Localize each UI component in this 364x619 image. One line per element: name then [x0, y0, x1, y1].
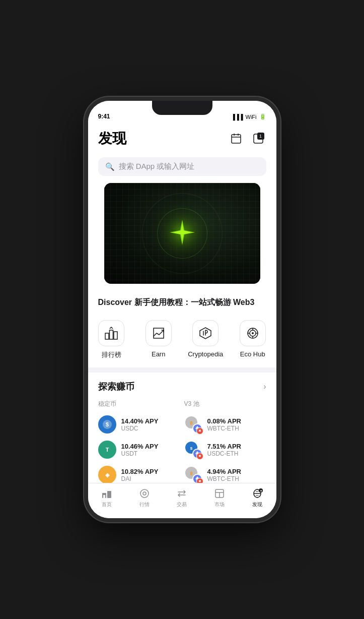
action-cryptopedia[interactable]: Cryptopedia [188, 320, 223, 359]
usdt-name: USDT [121, 450, 159, 457]
svg-text:✦: ✦ [260, 489, 262, 492]
v3-badge-2: ✖ [196, 453, 203, 460]
banner[interactable] [104, 183, 260, 284]
action-eco-hub[interactable]: Eco Hub [235, 320, 270, 359]
header-icons: 1 [228, 131, 266, 147]
earn-section-title: 探索赚币 [98, 381, 134, 393]
usdt-info: 10.46% APY USDT [121, 443, 159, 457]
search-bar: 🔍 搜索 DApp 或输入网址 [88, 153, 276, 183]
quick-actions: 排行榜 Earn [88, 312, 276, 367]
wbtc-eth-1-icon: ₿ ✖ [184, 415, 202, 434]
eco-hub-label: Eco Hub [240, 350, 265, 358]
svg-text:T: T [105, 447, 109, 453]
nav-home[interactable]: 首页 [88, 487, 126, 508]
usdt-apy: 10.46% APY [121, 443, 159, 450]
power-button[interactable] [279, 171, 280, 197]
calendar-button[interactable] [228, 131, 244, 147]
dai-apy: 10.82% APY [121, 468, 159, 475]
calendar-icon [230, 133, 242, 145]
wifi-icon: WiFi [246, 114, 257, 120]
ranking-label: 排行榜 [102, 350, 121, 359]
earn-item-usdc-eth[interactable]: $ ✖ 7.51% APR USDC-ETH [184, 441, 266, 459]
svg-text:$: $ [105, 421, 108, 427]
discover-nav-label: 发现 [252, 501, 262, 508]
notification-button[interactable]: 1 [250, 131, 266, 147]
earn-v3-title: V3 池 [184, 400, 266, 410]
wbtc-eth-1-pair: WBTC-ETH [207, 425, 241, 432]
usdc-icon: $ [98, 415, 116, 434]
eco-hub-icon-wrap [240, 320, 266, 346]
svg-marker-6 [173, 223, 191, 241]
badge-count: 1 [257, 133, 264, 140]
header: 发现 1 [88, 123, 276, 153]
earn-item-dai[interactable]: ◈ 10.82% APY DAI [98, 466, 180, 483]
wbtc-eth-2-pair: WBTC-ETH [207, 475, 241, 482]
earn-icon [152, 326, 166, 340]
earn-icon-wrap [145, 320, 172, 346]
vol-down-button[interactable] [84, 184, 85, 200]
home-nav-icon [101, 487, 113, 500]
cryptopedia-icon-wrap [192, 320, 219, 346]
usdc-eth-apr: 7.51% APR [207, 443, 241, 450]
nav-trade[interactable]: 交易 [163, 487, 201, 508]
earn-item-usdc[interactable]: $ 14.40% APY USDC [98, 415, 180, 434]
earn-item-wbtc-eth-1[interactable]: ₿ ✖ 0.08% APR WBTC-ETH [184, 415, 266, 434]
battery-icon: 🔋 [259, 113, 266, 120]
dai-name: DAI [121, 475, 159, 482]
svg-point-39 [143, 492, 146, 495]
wbtc-eth-2-icon: ₿ ✖ [184, 466, 202, 483]
market-nav-label: 行情 [139, 501, 150, 508]
trade-nav-label: 交易 [177, 501, 187, 508]
earn-columns: 稳定币 $ 14.40% APY USDC [98, 400, 266, 483]
wbtc-eth-1-apr: 0.08% APR [207, 417, 241, 425]
svg-text:◈: ◈ [105, 472, 110, 478]
screen: 9:41 ▐▐▐ WiFi 🔋 发现 [88, 101, 276, 518]
phone-shell: 9:41 ▐▐▐ WiFi 🔋 发现 [84, 97, 280, 522]
status-icons: ▐▐▐ WiFi 🔋 [231, 113, 266, 120]
shop-nav-label: 市场 [214, 501, 225, 508]
caption: Discover 新手使用教程：一站式畅游 Web3 [88, 290, 276, 312]
dai-icon: ◈ [98, 466, 116, 483]
banner-star [167, 217, 197, 250]
signal-icon: ▐▐▐ [231, 114, 243, 120]
v3-badge-1: ✖ [196, 427, 203, 435]
status-time: 9:41 [98, 113, 110, 120]
eco-hub-icon [246, 326, 260, 340]
vol-up-button[interactable] [84, 161, 85, 177]
banner-wrapper [88, 183, 276, 290]
earn-section: 探索赚币 › 稳定币 $ [88, 373, 276, 483]
earn-section-arrow[interactable]: › [263, 382, 266, 391]
usdt-icon: T [98, 441, 116, 459]
shop-nav-icon [213, 487, 226, 500]
earn-item-wbtc-eth-2[interactable]: ₿ ✖ 4.94% APR WBTC-ETH [184, 466, 266, 483]
action-earn[interactable]: Earn [141, 320, 176, 359]
usdc-eth-info: 7.51% APR USDC-ETH [207, 443, 241, 457]
svg-rect-9 [114, 332, 117, 339]
search-input-wrap[interactable]: 🔍 搜索 DApp 或输入网址 [98, 157, 266, 176]
wbtc-eth-2-info: 4.94% APR WBTC-ETH [207, 468, 241, 482]
dai-info: 10.82% APY DAI [121, 468, 159, 482]
usdc-eth-icon: $ ✖ [184, 441, 202, 459]
scroll-content[interactable]: 发现 1 [88, 123, 276, 483]
earn-item-usdt[interactable]: T 10.46% APY USDT [98, 441, 180, 459]
usdc-name: USDC [121, 425, 159, 432]
banner-inner [104, 183, 260, 284]
svg-rect-0 [232, 135, 241, 143]
usdc-eth-pair: USDC-ETH [207, 450, 241, 457]
nav-market[interactable]: 行情 [125, 487, 163, 508]
svg-point-38 [140, 489, 149, 498]
earn-stable-col: 稳定币 $ 14.40% APY USDC [98, 400, 180, 483]
nav-shop[interactable]: 市场 [201, 487, 239, 508]
svg-text:$: $ [190, 446, 192, 451]
wbtc-eth-2-apr: 4.94% APR [207, 468, 241, 475]
page-title: 发现 [98, 129, 126, 148]
market-nav-icon [138, 487, 151, 500]
svg-point-14 [252, 332, 254, 334]
earn-v3-col: V3 池 ₿ ✖ [184, 400, 266, 483]
earn-section-header: 探索赚币 › [98, 381, 266, 393]
svg-rect-37 [103, 495, 105, 498]
action-ranking[interactable]: 排行榜 [94, 320, 129, 359]
nav-discover[interactable]: ✦ 发现 [239, 487, 276, 508]
discover-nav-icon: ✦ [251, 487, 263, 500]
svg-rect-7 [105, 333, 109, 339]
